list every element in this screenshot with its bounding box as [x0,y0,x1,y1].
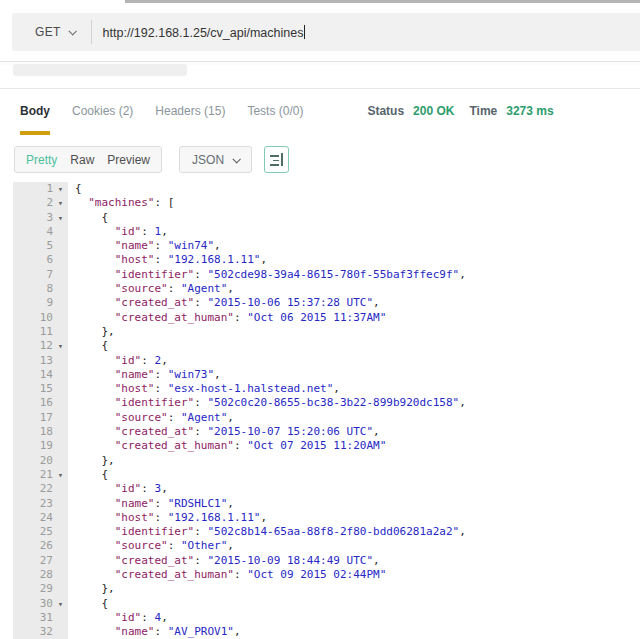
gutter: 6 [13,253,68,267]
view-raw-button[interactable]: Raw [70,153,94,167]
code-text: "source": "Agent", [68,282,234,296]
gutter: 26 [13,539,68,553]
code-line: 2▾ "machines": [ [13,196,640,210]
gutter: 9 [13,296,68,310]
code-line: 32 "name": "AV_PROV1", [13,625,640,639]
url-input[interactable]: http://192.168.1.25/cv_api/machines [103,25,306,40]
fold-toggle-icon[interactable]: ▾ [53,597,68,611]
code-line: 23 "name": "RDSHLC1", [13,497,640,511]
code-text: "identifier": "502cde98-39a4-8615-780f-5… [68,268,466,282]
gutter: 12▾ [13,339,68,353]
code-text: "machines": [ [68,196,174,210]
line-number: 24 [13,511,53,525]
format-select[interactable]: JSON [179,146,252,173]
fold-gutter-spacer [53,611,68,625]
line-number: 19 [13,439,53,453]
fold-gutter-spacer [53,239,68,253]
code-line: 7 "identifier": "502cde98-39a4-8615-780f… [13,268,640,282]
line-number: 1 [13,182,53,196]
gutter: 23 [13,497,68,511]
line-number: 11 [13,325,53,339]
fold-toggle-icon[interactable]: ▾ [53,339,68,353]
text-caret [304,25,305,39]
gutter: 19 [13,439,68,453]
tab-tests[interactable]: Tests (0/0) [247,104,303,131]
code-line: 9 "created_at": "2015-10-06 15:37:28 UTC… [13,296,640,310]
method-select[interactable]: GET [12,25,75,39]
code-text: }, [68,454,115,468]
code-line: 4 "id": 1, [13,225,640,239]
code-text: "name": "AV_PROV1", [68,625,241,639]
code-text: "name": "win73", [68,368,221,382]
code-text: "created_at": "2015-10-09 18:44:49 UTC", [68,554,380,568]
code-line: 19 "created_at_human": "Oct 07 2015 11:2… [13,439,640,453]
fold-gutter-spacer [53,411,68,425]
gutter: 5 [13,239,68,253]
code-line: 8 "source": "Agent", [13,282,640,296]
view-preview-button[interactable]: Preview [107,153,150,167]
code-editor: 1▾{2▾ "machines": [3▾ {4 "id": 1,5 "name… [13,182,640,639]
code-line: 16 "identifier": "502c0c20-8655-bc38-3b2… [13,396,640,410]
line-number: 25 [13,525,53,539]
url-value: http://192.168.1.25/cv_api/machines [103,26,304,40]
gutter: 18 [13,425,68,439]
fold-gutter-spacer [53,382,68,396]
code-text: "created_at_human": "Oct 09 2015 02:44PM… [68,568,386,582]
code-line: 5 "name": "win74", [13,239,640,253]
line-number: 16 [13,396,53,410]
fold-toggle-icon[interactable]: ▾ [53,211,68,225]
fold-toggle-icon[interactable]: ▾ [53,196,68,210]
tab-headers[interactable]: Headers (15) [155,104,225,131]
tab-cookies[interactable]: Cookies (2) [72,104,133,131]
code-line: 18 "created_at": "2015-10-07 15:20:06 UT… [13,425,640,439]
view-pretty-button[interactable]: Pretty [26,153,57,167]
line-number: 26 [13,539,53,553]
fold-toggle-icon[interactable]: ▾ [53,182,68,196]
beautify-button[interactable] [264,146,289,173]
line-number: 31 [13,611,53,625]
fold-toggle-icon[interactable]: ▾ [53,468,68,482]
status-label: Status [367,104,404,118]
fold-gutter-spacer [53,425,68,439]
code-text: "identifier": "502c8b14-65aa-88f8-2f80-b… [68,525,466,539]
line-number: 15 [13,382,53,396]
view-toggle-group: Pretty Raw Preview [14,146,162,173]
app-window: GET http://192.168.1.25/cv_api/machines … [0,0,640,639]
tab-body[interactable]: Body [20,104,50,135]
gutter: 21▾ [13,468,68,482]
gutter: 30▾ [13,597,68,611]
fold-gutter-spacer [53,454,68,468]
code-line: 12▾ { [13,339,640,353]
section-divider [0,88,640,89]
status-badge: 200 OK [413,104,454,118]
fold-gutter-spacer [53,253,68,267]
code-text: "host": "esx-host-1.halstead.net", [68,382,340,396]
fold-gutter-spacer [53,511,68,525]
code-line: 10 "created_at_human": "Oct 06 2015 11:3… [13,311,640,325]
code-text: "source": "Agent", [68,411,234,425]
code-text: "id": 1, [68,225,168,239]
line-number: 13 [13,354,53,368]
fold-gutter-spacer [53,325,68,339]
gutter: 7 [13,268,68,282]
cropped-panel-stub [13,64,187,76]
code-text: "name": "RDSHLC1", [68,497,234,511]
fold-gutter-spacer [53,582,68,596]
gutter: 27 [13,554,68,568]
code-text: { [68,339,108,353]
chevron-down-icon [68,27,76,35]
code-line: 29 }, [13,582,640,596]
gutter: 31 [13,611,68,625]
fold-gutter-spacer [53,625,68,639]
code-line: 13 "id": 2, [13,354,640,368]
code-text: }, [68,582,115,596]
code-text: "created_at_human": "Oct 06 2015 11:37AM… [68,311,386,325]
line-number: 20 [13,454,53,468]
fold-gutter-spacer [53,568,68,582]
response-toolbar: Pretty Raw Preview JSON [14,146,289,173]
line-number: 2 [13,196,53,210]
code-line: 28 "created_at_human": "Oct 09 2015 02:4… [13,568,640,582]
gutter: 2▾ [13,196,68,210]
gutter: 1▾ [13,182,68,196]
code-text: { [68,597,108,611]
